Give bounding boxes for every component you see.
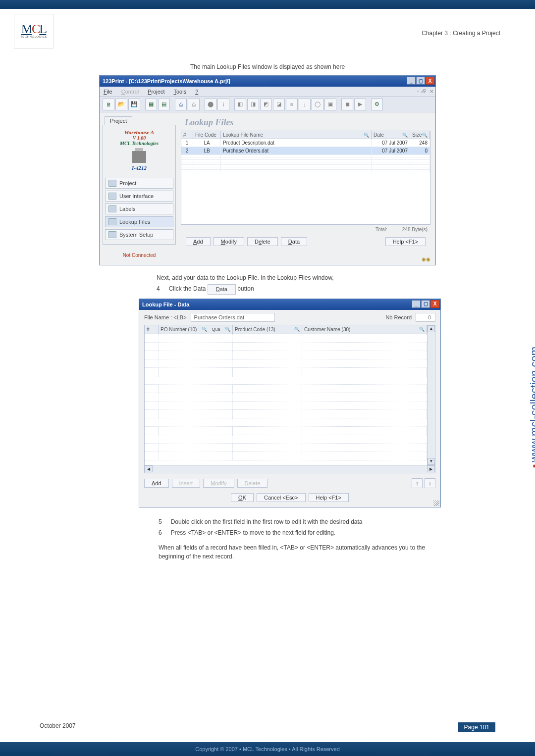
- nav-system-setup[interactable]: System Setup: [105, 229, 173, 240]
- move-up-button[interactable]: ↑: [412, 478, 423, 488]
- logo-subtitle: TECHNOLOGIES: [20, 35, 47, 38]
- grid-header-date[interactable]: Date🔍: [372, 131, 410, 139]
- search-icon[interactable]: 🔍: [402, 133, 408, 138]
- grid2-header-po[interactable]: PO Number (10)🔍Qua🔍: [159, 325, 233, 334]
- win1-sidebar: Project Warehouse A V 1.00 MCL Technolog…: [100, 112, 179, 265]
- grid-header-num[interactable]: #: [181, 131, 193, 139]
- search-icon[interactable]: 🔍: [364, 133, 369, 138]
- logo-letters: MCL: [21, 24, 46, 35]
- tb-icon-2: ◨: [247, 99, 259, 110]
- grid-header-size[interactable]: Size🔍: [410, 131, 430, 139]
- cancel-button[interactable]: Cancel <Esc>: [257, 493, 305, 502]
- tb-ui-icon[interactable]: ▤: [158, 99, 170, 110]
- maximize-icon[interactable]: ▢: [416, 77, 425, 85]
- warehouse-name: Warehouse A: [105, 129, 173, 135]
- modify-button[interactable]: Modify: [214, 237, 244, 246]
- data-button-inline[interactable]: Data: [208, 284, 236, 295]
- win1-toolbar: 🗎 📂 💾 ▦ ▤ ⎙ ⎙ ⬤ i ◧ ◨ ◩ ◪ ≡ ↓ ◯ ▣ ◼ ▶ ⚙: [100, 97, 435, 112]
- scroll-down-icon[interactable]: ▼: [428, 458, 435, 465]
- menu-tools[interactable]: Tools: [173, 89, 186, 95]
- inner-close-icon[interactable]: ✕: [429, 89, 433, 94]
- tb-new-icon[interactable]: 🗎: [103, 99, 114, 110]
- project-icon: [108, 180, 116, 187]
- search-icon[interactable]: 🔍: [294, 327, 300, 332]
- footer-copyright: Copyright © 2007 • MCL Technologies • Al…: [0, 742, 535, 756]
- vertical-scrollbar[interactable]: ▲ ▼: [427, 325, 435, 465]
- tb-icon-4: ◪: [273, 99, 285, 110]
- sidebar-project-box: Warehouse A V 1.00 MCL Technologies I-42…: [103, 125, 176, 245]
- file-name-label: File Name : <LB>: [144, 314, 187, 320]
- tb-send-icon[interactable]: ⎙: [175, 99, 187, 110]
- nb-record-value: 0: [416, 313, 435, 322]
- insert-button: Insert: [172, 479, 201, 488]
- when-paragraph: When all fields of a record have been fi…: [159, 543, 426, 561]
- step4-number: 4: [157, 284, 160, 295]
- move-down-button[interactable]: ↓: [425, 478, 435, 488]
- menu-control: Control: [121, 89, 139, 95]
- nav-lookup-files[interactable]: Lookup Files: [105, 216, 173, 227]
- tb-gear-icon[interactable]: ⚙: [371, 99, 383, 110]
- search-icon[interactable]: 🔍: [225, 327, 230, 332]
- close-icon[interactable]: X: [426, 77, 434, 85]
- resize-grip-icon[interactable]: [433, 500, 439, 506]
- search-icon[interactable]: 🔍: [422, 133, 428, 138]
- nav-labels[interactable]: Labels: [105, 203, 173, 214]
- tb-grid-icon[interactable]: ▦: [145, 99, 157, 110]
- file-name-value: Purchase Orders.dat: [191, 313, 275, 322]
- nav-project[interactable]: Project: [105, 178, 173, 189]
- footer-row: October 2007 Page 101: [0, 722, 535, 732]
- sidebar-project-tab[interactable]: Project: [105, 116, 132, 125]
- nb-record-label: Nb Record: [385, 314, 412, 320]
- delete-button[interactable]: Delete: [247, 237, 278, 246]
- horizontal-scrollbar[interactable]: ◀ ▶: [145, 465, 435, 473]
- win1-title-text: 123Print - [C:\123Print\Projects\Warehou…: [103, 78, 230, 84]
- add-button[interactable]: Add: [144, 479, 169, 488]
- warehouse-company: MCL Technologies: [105, 141, 173, 146]
- tb-save-icon[interactable]: 💾: [128, 99, 140, 110]
- tb-send2-icon: ⎙: [188, 99, 200, 110]
- scroll-up-icon[interactable]: ▲: [428, 325, 435, 332]
- scroll-left-icon[interactable]: ◀: [145, 465, 153, 472]
- grid2-header-num[interactable]: #: [145, 325, 159, 334]
- help-button[interactable]: Help <F1>: [309, 493, 349, 502]
- search-icon[interactable]: 🔍: [202, 327, 207, 332]
- inner-window-controls: ▫ 🗗 ✕: [417, 89, 433, 94]
- grid-row-selected[interactable]: 2 LB Purchase Orders.dat 07 Jul 2007 0: [181, 147, 430, 155]
- win2-title-text: Lookup File - Data: [142, 302, 189, 307]
- ok-button[interactable]: OK: [231, 493, 254, 502]
- grid-row[interactable]: 1 LA Product Description.dat 07 Jul 2007…: [181, 139, 430, 147]
- minimize-icon[interactable]: _: [407, 77, 416, 85]
- tb-open-icon[interactable]: 📂: [115, 99, 127, 110]
- grid2-header-customer-name[interactable]: Customer Name (30)🔍: [302, 325, 427, 334]
- help-button[interactable]: Help <F1>: [385, 237, 426, 246]
- printer-icon: [132, 151, 146, 163]
- menu-project[interactable]: Project: [148, 89, 164, 95]
- scroll-right-icon[interactable]: ▶: [427, 465, 435, 472]
- modify-button: Modify: [203, 479, 234, 488]
- close-icon[interactable]: X: [430, 300, 439, 308]
- step6-number: 6: [159, 528, 162, 537]
- inner-maximize-icon[interactable]: 🗗: [422, 89, 427, 94]
- tb-icon-7: ◯: [312, 99, 323, 110]
- steps-5-6: 5Double click on the first field in the …: [159, 517, 426, 537]
- maximize-icon[interactable]: ▢: [421, 300, 430, 308]
- tb-play-icon: ▶: [354, 99, 366, 110]
- add-button[interactable]: Add: [186, 237, 211, 246]
- window-lookup-file-data: Lookup File - Data _ ▢ X File Name : <LB…: [139, 299, 441, 507]
- grid2-header-product-code[interactable]: Product Code (13)🔍: [233, 325, 302, 334]
- step4-intro: Next, add your data to the Lookup File. …: [157, 273, 434, 282]
- grid-header-filename[interactable]: Lookup File Name🔍: [221, 131, 372, 139]
- lookup-files-grid: # File Code Lookup File Name🔍 Date🔍 Size…: [181, 131, 430, 225]
- status-indicator-icon: ◉◉: [422, 256, 430, 262]
- grid-header-filecode[interactable]: File Code: [193, 131, 221, 139]
- nav-user-interface[interactable]: User Interface: [105, 191, 173, 202]
- grid2-body[interactable]: [145, 334, 427, 465]
- inner-restore-icon[interactable]: ▫: [417, 89, 419, 94]
- menu-help[interactable]: ?: [195, 89, 198, 95]
- data-button[interactable]: Data: [281, 237, 307, 246]
- search-icon[interactable]: 🔍: [419, 327, 425, 332]
- minimize-icon[interactable]: _: [412, 300, 421, 308]
- caption-step4: Next, add your data to the Lookup File. …: [157, 273, 434, 295]
- tb-stop-icon: ⬤: [205, 99, 216, 110]
- menu-file[interactable]: File: [104, 89, 112, 95]
